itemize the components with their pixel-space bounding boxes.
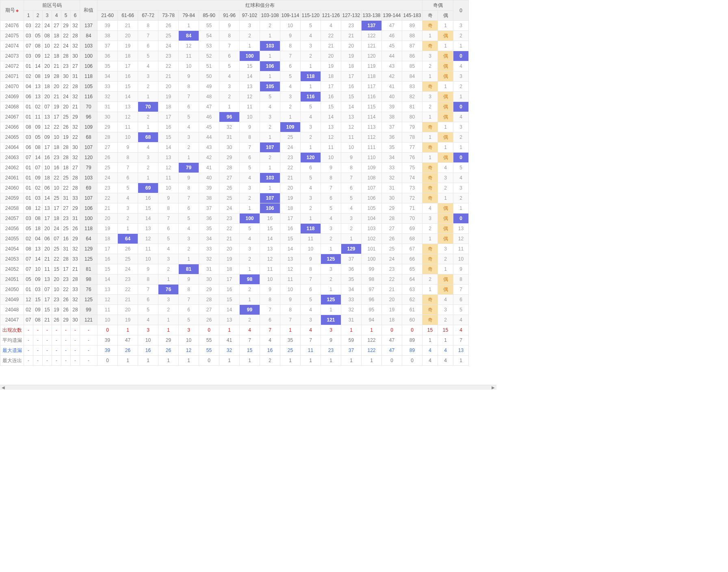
parity-cell: 1 xyxy=(422,285,438,295)
issue-cell: 24073 xyxy=(0,51,24,61)
num-cell: 16 xyxy=(61,234,71,244)
dist-cell: 18 xyxy=(118,51,138,61)
dist-cell: 16 xyxy=(280,224,301,234)
dist-cell: 3 xyxy=(179,132,199,142)
dist-cell: 9 xyxy=(260,285,280,295)
dist-cell: 34 xyxy=(382,153,402,163)
stat-cell: 0 xyxy=(402,356,422,366)
sum-cell: 129 xyxy=(80,244,98,254)
num-cell: 01 xyxy=(24,112,33,122)
dist-cell: 76 xyxy=(158,285,179,295)
num-cell: 20 xyxy=(61,102,71,112)
horizontal-scrollbar[interactable]: ◀ ▶ xyxy=(0,385,496,390)
stat-cell: 3 xyxy=(179,325,199,335)
stat-cell: - xyxy=(80,335,98,345)
dist-cell: 26 xyxy=(382,234,402,244)
table-row: 2406906132021243211632141197482125311616… xyxy=(0,92,469,102)
dist-cell: 11 xyxy=(301,234,321,244)
scroll-left-icon[interactable]: ◀ xyxy=(2,385,5,390)
dist-cell: 100 xyxy=(240,214,260,224)
dist-cell: 30 xyxy=(98,112,118,122)
num-cell: 09 xyxy=(33,51,43,61)
dist-cell: 116 xyxy=(301,92,321,102)
sum-cell: 125 xyxy=(80,254,98,264)
dist-cell: 1 xyxy=(240,295,260,305)
num-cell: 28 xyxy=(61,153,71,163)
header-range-11: 121-126 xyxy=(321,11,341,21)
num-cell: 18 xyxy=(61,163,71,173)
stat-cell: 122 xyxy=(362,345,382,356)
issue-cell: 24065 xyxy=(0,132,24,142)
dist-cell: 9 xyxy=(138,264,158,274)
dist-cell: 11 xyxy=(321,142,341,153)
zero-cell: 11 xyxy=(453,244,469,254)
dist-cell: 89 xyxy=(402,21,422,31)
stat-cell: 39 xyxy=(98,335,118,345)
dist-cell: 2 xyxy=(240,193,260,203)
dist-cell: 15 xyxy=(240,61,260,71)
dist-cell: 2 xyxy=(240,254,260,264)
dist-cell: 22 xyxy=(118,285,138,295)
dist-cell: 15 xyxy=(158,132,179,142)
dist-cell: 27 xyxy=(98,142,118,153)
dist-cell: 5 xyxy=(280,71,301,82)
num-cell: 09 xyxy=(43,132,52,142)
dist-cell: 1 xyxy=(179,254,199,264)
dist-cell: 5 xyxy=(179,214,199,224)
num-cell: 09 xyxy=(33,173,43,183)
dist-cell: 12 xyxy=(240,92,260,102)
table-row: 2407201142021232710635174221051515106611… xyxy=(0,61,469,71)
issue-cell: 24068 xyxy=(0,102,24,112)
parity-cell: 4 xyxy=(422,203,438,214)
dist-cell: 14 xyxy=(341,102,362,112)
num-cell: 22 xyxy=(52,41,61,51)
dist-cell: 32 xyxy=(341,305,362,315)
num-cell: 08 xyxy=(24,122,33,132)
num-cell: 22 xyxy=(61,31,71,41)
zero-cell: 4 xyxy=(453,315,469,325)
dist-cell: 2 xyxy=(219,92,240,102)
table-row: 2405105091320232898142381930179810117235… xyxy=(0,274,469,285)
num-cell: 11 xyxy=(43,264,52,274)
zero-cell: 13 xyxy=(453,224,469,234)
zero-cell: 2 xyxy=(453,132,469,142)
dist-cell: 76 xyxy=(402,153,422,163)
dist-cell: 115 xyxy=(362,102,382,112)
dist-cell: 2 xyxy=(138,163,158,173)
zero-cell: 3 xyxy=(453,21,469,31)
dist-cell: 1 xyxy=(240,203,260,214)
stat-cell: 1 xyxy=(138,356,158,366)
dist-cell: 41 xyxy=(382,82,402,92)
num-cell: 17 xyxy=(61,264,71,274)
stat-cell: 4 xyxy=(453,325,469,335)
dist-cell: 118 xyxy=(301,224,321,234)
dist-cell: 34 xyxy=(199,234,219,244)
dist-cell: 10 xyxy=(321,153,341,163)
dist-cell: 33 xyxy=(341,295,362,305)
dist-cell: 16 xyxy=(260,214,280,224)
dist-cell: 24 xyxy=(280,142,301,153)
sum-cell: 96 xyxy=(80,112,98,122)
stat-cell: 1 xyxy=(321,356,341,366)
num-cell: 28 xyxy=(61,142,71,153)
num-cell: 32 xyxy=(71,153,80,163)
num-cell: 01 xyxy=(24,61,33,71)
header-range-15: 145-183 xyxy=(402,11,422,21)
dist-cell: 16 xyxy=(321,92,341,102)
scroll-right-icon[interactable]: ▶ xyxy=(492,385,495,390)
header-sum: 和值 xyxy=(80,0,98,21)
parity-cell: 偶 xyxy=(438,61,453,71)
stat-cell: 10 xyxy=(138,335,158,345)
num-cell: 28 xyxy=(71,183,80,193)
parity-cell: 偶 xyxy=(438,214,453,224)
issue-cell: 24072 xyxy=(0,61,24,71)
stat-cell: - xyxy=(24,325,33,335)
num-cell: 13 xyxy=(43,203,52,214)
zero-cell: 4 xyxy=(453,173,469,183)
parity-cell: 奇 xyxy=(422,295,438,305)
header-issue[interactable]: 期号◆ xyxy=(0,0,24,21)
table-row: 2405307142122283312516251031321921213912… xyxy=(0,254,469,264)
dist-cell: 1 xyxy=(260,71,280,82)
dist-cell: 21 xyxy=(98,203,118,214)
dist-cell: 125 xyxy=(321,295,341,305)
